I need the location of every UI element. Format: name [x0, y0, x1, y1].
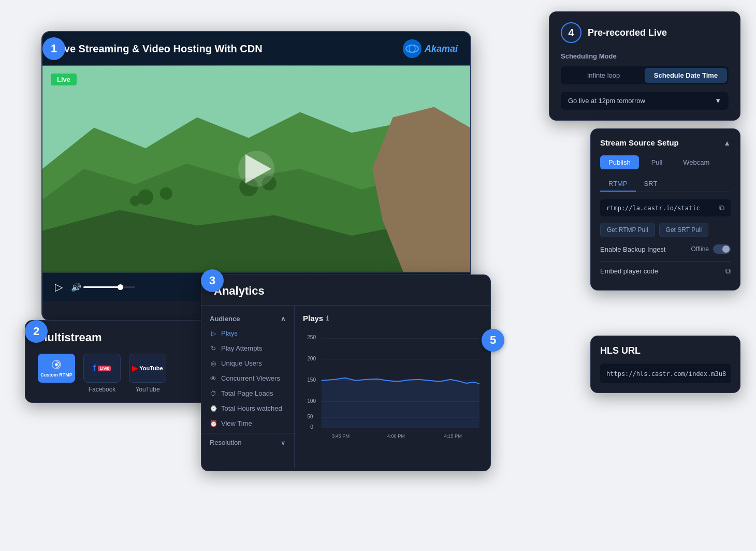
video-thumbnail[interactable]: Live	[42, 65, 470, 272]
svg-point-12	[55, 363, 58, 366]
volume-icon: 🔊	[71, 282, 81, 292]
view-time-icon: ⏰	[210, 420, 217, 427]
plays-icon: ▷	[210, 330, 217, 337]
collapse-icon[interactable]: ▲	[723, 139, 731, 147]
hls-url-text: https://hls.castr.com/index.m3u8	[606, 370, 726, 378]
stream-panel-title: Stream Source Setup	[600, 138, 679, 147]
publish-tab[interactable]: Publish	[600, 155, 639, 169]
svg-text:0: 0	[310, 424, 313, 430]
backup-toggle[interactable]	[713, 244, 731, 254]
custom-rtmp-item[interactable]: Custom RTMP	[38, 354, 75, 393]
youtube-item[interactable]: ▶ YouTube YouTube	[129, 354, 166, 393]
play-attempts-icon: ↻	[210, 345, 217, 352]
resolution-chevron-icon: ∨	[281, 439, 286, 446]
menu-play-attempts[interactable]: ↻ Play Attempts	[201, 341, 294, 356]
svg-text:3:45 PM: 3:45 PM	[332, 433, 350, 439]
page-loads-icon: ⏱	[210, 390, 217, 397]
embed-row[interactable]: Embed player code ⧉	[600, 261, 731, 281]
embed-copy-icon[interactable]: ⧉	[725, 267, 731, 276]
svg-point-9	[130, 196, 140, 206]
unique-users-icon: ◎	[210, 360, 217, 367]
chart-info-icon: ℹ	[326, 315, 329, 322]
svg-point-0	[406, 45, 418, 52]
chart-title: Plays ℹ	[303, 314, 482, 323]
resolution-item[interactable]: Resolution ∨	[201, 433, 294, 452]
scheduling-options: Infinte loop Schedule Date Time	[561, 66, 729, 84]
toggle-row: Offline	[691, 244, 731, 254]
svg-point-1	[409, 45, 415, 52]
youtube-label: YouTube	[135, 386, 159, 393]
pull-tab[interactable]: Pull	[643, 155, 671, 169]
hours-icon: ⌚	[210, 405, 217, 412]
svg-text:4:00 PM: 4:00 PM	[387, 433, 405, 439]
multistream-title: Multistream	[38, 331, 211, 344]
volume-dot	[118, 284, 123, 290]
hls-title: HLS URL	[600, 345, 731, 356]
get-srt-pull-button[interactable]: Get SRT Pull	[659, 223, 709, 237]
rtmp-sub-tab[interactable]: RTMP	[600, 177, 636, 192]
rtmp-url-text: rtmp://la.castr.io/static	[606, 205, 700, 212]
custom-rtmp-label-inner: Custom RTMP	[40, 372, 72, 378]
prerecorded-title: Pre-recorded Live	[588, 27, 667, 38]
svg-point-8	[160, 187, 172, 200]
video-title: Live Streaming & Video Hosting With CDN	[55, 43, 263, 55]
badge-number-1: 1	[42, 37, 65, 60]
svg-text:250: 250	[307, 335, 316, 340]
chart-svg: 250 200 150 100 50 0	[303, 329, 482, 443]
analytics-body: Audience ∧ ▷ Plays ↻ Play Attempts ◎ Uni…	[201, 306, 490, 468]
backup-ingest-label: Enable Backup Ingest	[600, 245, 665, 253]
copy-rtmp-icon[interactable]: ⧉	[719, 204, 724, 212]
rtmp-url-input: rtmp://la.castr.io/static ⧉	[600, 199, 731, 216]
webcam-tab[interactable]: Webcam	[675, 155, 718, 169]
menu-unique-users[interactable]: ◎ Unique Users	[201, 356, 294, 371]
svg-text:4:15 PM: 4:15 PM	[444, 433, 462, 439]
menu-plays[interactable]: ▷ Plays	[201, 326, 294, 341]
srt-sub-tab[interactable]: SRT	[636, 177, 666, 192]
volume-slider[interactable]	[83, 286, 135, 288]
facebook-item[interactable]: f LIVE Facebook	[83, 354, 121, 393]
badge-number-3: 3	[201, 269, 224, 292]
prerecorded-panel: 4 Pre-recorded Live Scheduling Mode Infi…	[549, 11, 740, 121]
play-triangle-icon	[245, 154, 271, 183]
menu-concurrent-viewers[interactable]: 👁 Concurrent Viewers	[201, 371, 294, 386]
akamai-logo: Akamai	[403, 39, 458, 58]
video-header: Live Streaming & Video Hosting With CDN …	[42, 32, 470, 65]
menu-total-hours[interactable]: ⌚ Total Hours watched	[201, 401, 294, 416]
play-button-overlay[interactable]	[238, 151, 274, 187]
menu-total-page-loads[interactable]: ⏱ Total Page Loads	[201, 386, 294, 401]
backup-ingest-row: Enable Backup Ingest Offline	[600, 244, 731, 254]
volume-control[interactable]: 🔊	[71, 282, 135, 292]
badge-number-5: 5	[482, 329, 504, 352]
audience-header: Audience ∧	[201, 312, 294, 326]
go-live-selector[interactable]: Go live at 12pm tomorrow ▼	[561, 92, 729, 110]
stream-tab-buttons: Publish Pull Webcam	[600, 155, 731, 169]
prerecorded-header: 4 Pre-recorded Live	[561, 22, 729, 43]
menu-view-time[interactable]: ⏰ View Time	[201, 416, 294, 431]
akamai-text: Akamai	[425, 44, 458, 54]
analytics-chart: Plays ℹ 250 200 150 100 50 0	[295, 306, 490, 468]
play-control-icon[interactable]: ▷	[55, 281, 63, 293]
badge-number-2: 2	[25, 320, 48, 343]
svg-text:200: 200	[307, 356, 316, 361]
svg-point-7	[138, 190, 153, 205]
prerecorded-badge: 4	[561, 22, 581, 43]
hls-url-box[interactable]: https://hls.castr.com/index.m3u8	[600, 364, 731, 383]
stream-sub-tabs: RTMP SRT	[600, 177, 731, 192]
svg-text:50: 50	[307, 414, 313, 419]
analytics-sidebar: Audience ∧ ▷ Plays ↻ Play Attempts ◎ Uni…	[201, 306, 295, 468]
offline-label: Offline	[691, 245, 709, 253]
embed-label: Embed player code	[600, 267, 658, 275]
svg-text:150: 150	[307, 377, 316, 383]
hls-panel: HLS URL https://hls.castr.com/index.m3u8	[590, 336, 740, 393]
stream-source-panel: Stream Source Setup ▲ Publish Pull Webca…	[590, 128, 740, 291]
akamai-circle-icon	[403, 39, 421, 58]
get-rtmp-pull-button[interactable]: Get RTMP Pull	[600, 223, 655, 237]
scheduling-mode-label: Scheduling Mode	[561, 52, 729, 60]
facebook-label: Facebook	[89, 386, 116, 393]
schedule-date-time-option[interactable]: Schedule Date Time	[645, 68, 727, 83]
pull-buttons-row: Get RTMP Pull Get SRT Pull	[600, 223, 731, 237]
live-badge: Live	[51, 74, 77, 85]
analytics-header: Analytics	[201, 275, 490, 306]
infinite-loop-option[interactable]: Infinte loop	[562, 68, 645, 83]
stream-icons-row: Custom RTMP f LIVE Facebook ▶ YouTube Yo…	[38, 354, 211, 393]
